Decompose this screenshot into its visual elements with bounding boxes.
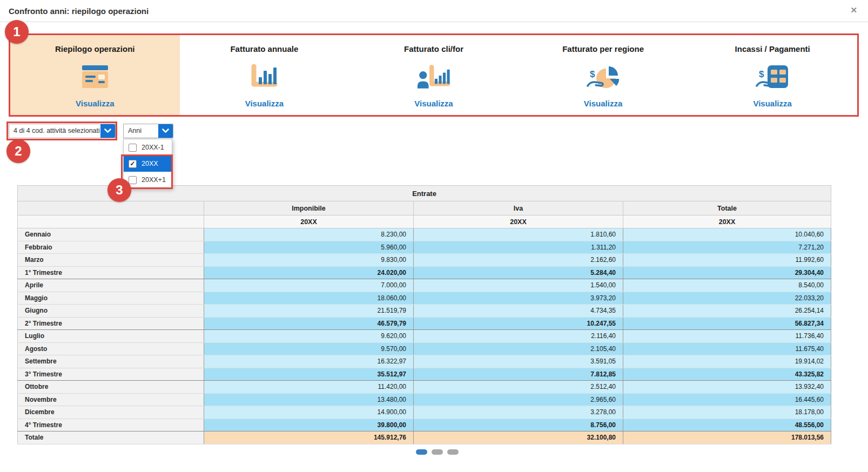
visualizza-link[interactable]: Visualizza [414, 99, 453, 108]
cell-iva: 8.756,00 [414, 419, 623, 431]
cell-iva: 1.810,60 [414, 228, 623, 241]
cell-imponibile: 8.230,00 [204, 228, 414, 241]
annotation-badge-2: 2 [6, 139, 30, 163]
row-label: Luglio [18, 330, 204, 343]
table-row-1-trimestre: 1° Trimestre24.020,005.284,4029.304,40 [18, 266, 831, 279]
cell-imponibile: 21.519,79 [204, 305, 414, 318]
chevron-down-icon[interactable] [158, 124, 173, 138]
table-row-2-trimestre: 2° Trimestre46.579,7910.247,5556.827,34 [18, 317, 831, 330]
row-label: Ottobre [18, 381, 204, 394]
cell-imponibile: 39.800,00 [204, 419, 414, 431]
tab-title: Fatturato cli/for [404, 44, 463, 53]
table-row-ottobre: Ottobre11.420,002.512,4013.932,40 [18, 381, 831, 394]
cell-iva: 3.278,00 [414, 406, 623, 419]
person-bar-chart-icon [416, 63, 451, 92]
table-row-totale: Totale145.912,7632.100,80178.013,56 [18, 431, 831, 444]
cell-imponibile: 9.570,00 [204, 342, 414, 355]
cell-iva: 5.284,40 [414, 266, 623, 279]
row-label: Settembre [18, 355, 204, 368]
cell-iva: 1.311,20 [414, 241, 623, 254]
money-pie-chart-icon: $ [587, 63, 620, 92]
column-header-iva: Iva [414, 201, 623, 215]
cell-totale: 16.445,60 [623, 393, 831, 406]
cell-totale: 7.271,20 [623, 241, 831, 254]
row-label: Marzo [18, 254, 204, 267]
row-label: 3° Trimestre [18, 368, 204, 381]
bar-chart-icon [249, 63, 279, 92]
year-option-20xx[interactable]: ✓20XX [124, 156, 172, 172]
cell-totale: 43.325,82 [623, 368, 831, 381]
year-header-iva: 20XX [414, 215, 623, 228]
money-grid-icon: $ [756, 63, 789, 92]
cell-iva: 10.247,55 [414, 317, 623, 330]
tab-fatturato-per-regione[interactable]: Fatturato per regione $ Visualizza [519, 35, 688, 115]
cell-totale: 48.556,00 [623, 419, 831, 431]
row-label: 2° Trimestre [18, 317, 204, 330]
tab-riepilogo-operazioni[interactable]: Riepilogo operazioni Visualizza [10, 35, 180, 115]
year-option-20xx-1[interactable]: 20XX-1 [124, 139, 172, 156]
visualizza-link[interactable]: Visualizza [753, 99, 791, 108]
svg-text:$: $ [759, 69, 764, 79]
cell-imponibile: 145.912,76 [204, 431, 414, 444]
table-row-agosto: Agosto9.570,002.105,4011.675,40 [18, 342, 831, 355]
entrate-table: Entrate ImponibileIvaTotale 20XX20XX20XX… [17, 185, 831, 444]
column-header-imponibile: Imponibile [204, 201, 414, 215]
checkbox-checked-icon[interactable]: ✓ [129, 160, 137, 168]
visualizza-link[interactable]: Visualizza [245, 99, 284, 108]
cell-imponibile: 18.060,00 [204, 292, 414, 305]
empty-corner-cell [18, 201, 204, 215]
cell-totale: 13.932,40 [623, 381, 831, 394]
activity-codes-dropdown[interactable]: 4 di 4 cod. attività selezionati [9, 124, 116, 138]
years-dropdown[interactable]: Anni [123, 124, 173, 138]
chevron-down-icon[interactable] [100, 124, 115, 138]
cell-iva: 2.965,60 [414, 393, 623, 406]
row-label: Totale [18, 431, 204, 444]
cell-imponibile: 35.512,97 [204, 368, 414, 381]
annotation-badge-1: 1 [5, 20, 29, 44]
cell-imponibile: 7.000,00 [204, 279, 414, 292]
row-label: Maggio [18, 292, 204, 305]
row-label: 1° Trimestre [18, 266, 204, 279]
cell-iva: 3.973,20 [414, 292, 623, 305]
table-row-dicembre: Dicembre14.900,003.278,0018.178,00 [18, 406, 831, 419]
table-row-novembre: Novembre13.480,002.965,6016.445,60 [18, 393, 831, 406]
checkbox-icon[interactable] [129, 176, 137, 184]
page-dot-3[interactable] [447, 449, 459, 455]
visualizza-link[interactable]: Visualizza [584, 99, 622, 108]
svg-text:$: $ [590, 69, 595, 79]
activity-codes-value: 4 di 4 cod. attività selezionati [9, 124, 100, 138]
table-row-4-trimestre: 4° Trimestre39.800,008.756,0048.556,00 [18, 419, 831, 431]
row-label: Aprile [18, 279, 204, 292]
row-label: 4° Trimestre [18, 419, 204, 431]
tab-fatturato-cli-for[interactable]: Fatturato cli/for Visualizza [349, 35, 519, 115]
row-label: Febbraio [18, 241, 204, 254]
table-row-3-trimestre: 3° Trimestre35.512,977.812,8543.325,82 [18, 368, 831, 381]
row-label: Gennaio [18, 228, 204, 241]
cell-imponibile: 13.480,00 [204, 393, 414, 406]
cell-iva: 3.591,05 [414, 355, 623, 368]
tab-title: Fatturato annuale [230, 44, 298, 53]
tab-fatturato-annuale[interactable]: Fatturato annuale Visualizza [180, 35, 349, 115]
cell-totale: 10.040,60 [623, 228, 831, 241]
visualizza-link[interactable]: Visualizza [76, 99, 114, 108]
column-header-totale: Totale [623, 201, 831, 215]
cell-totale: 18.178,00 [623, 406, 831, 419]
cell-imponibile: 16.322,97 [204, 355, 414, 368]
table-row-giugno: Giugno21.519,794.734,3526.254,14 [18, 305, 831, 318]
checkbox-icon[interactable] [129, 144, 137, 152]
tab-incassi-pagamenti[interactable]: Incassi / Pagamenti $ Visualizza [688, 35, 857, 115]
close-icon[interactable]: ✕ [850, 5, 857, 15]
dialog-title: Confronto anni: riepilogo operazioni [9, 6, 149, 16]
cell-iva: 2.105,40 [414, 342, 623, 355]
cell-iva: 4.734,35 [414, 305, 623, 318]
row-label: Dicembre [18, 406, 204, 419]
cell-totale: 29.304,40 [623, 266, 831, 279]
year-option-label: 20XX+1 [142, 176, 166, 184]
year-option-20xx-1[interactable]: 20XX+1 [124, 172, 172, 188]
cell-totale: 11.992,60 [623, 254, 831, 267]
table-row-marzo: Marzo9.830,002.162,6011.992,60 [18, 254, 831, 267]
page-dot-2[interactable] [432, 449, 443, 455]
empty-corner-cell [18, 215, 204, 228]
tab-title: Riepilogo operazioni [55, 44, 135, 53]
page-dot-1[interactable] [416, 449, 427, 455]
